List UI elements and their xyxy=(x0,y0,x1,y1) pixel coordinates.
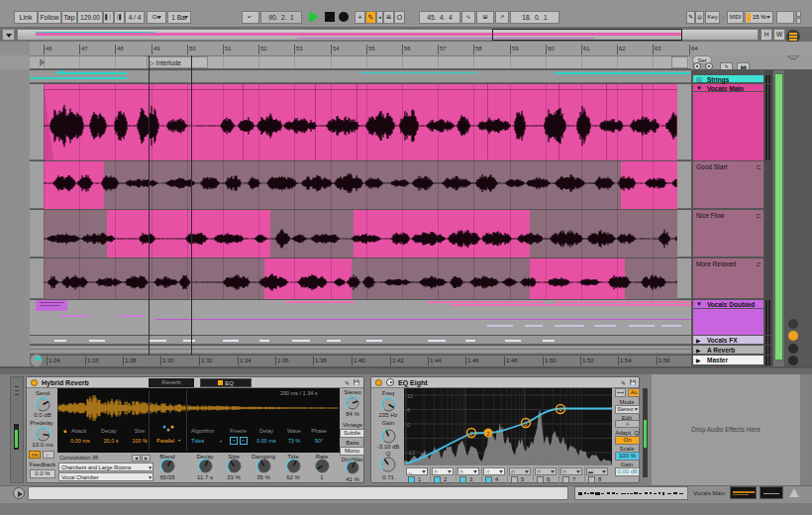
svg-text:6: 6 xyxy=(407,407,410,413)
svg-text:4: 4 xyxy=(559,407,562,413)
svg-text:12: 12 xyxy=(407,393,413,399)
svg-text:1: 1 xyxy=(470,431,473,437)
svg-text:1k: 1k xyxy=(522,457,528,463)
svg-text:10k: 10k xyxy=(580,457,589,463)
svg-text:-12: -12 xyxy=(407,450,415,456)
svg-text:2: 2 xyxy=(487,431,490,437)
svg-text:0: 0 xyxy=(407,422,410,428)
svg-text:3: 3 xyxy=(525,421,528,427)
svg-text:100: 100 xyxy=(458,457,467,463)
